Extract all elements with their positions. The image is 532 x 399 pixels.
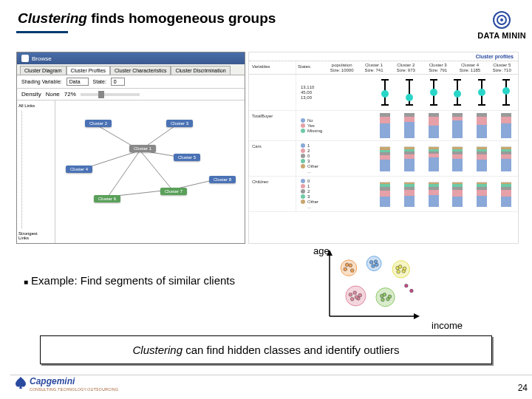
- row-legend: 0123Other...: [296, 177, 373, 211]
- boxplot-cell: [373, 75, 398, 110]
- profile-rows: 13,11045,0013,00TotalBuyerNoYesMissingCa…: [249, 75, 518, 212]
- stacked-bar-cell: [373, 177, 398, 211]
- boxplot-cell: [421, 75, 446, 110]
- cluster-header[interactable]: Cluster 5Size: 710: [486, 61, 518, 74]
- svg-point-44: [405, 284, 409, 287]
- legend-item: 13,00: [301, 95, 373, 100]
- app-window: Browse Cluster Diagram Cluster Profiles …: [16, 52, 245, 244]
- svg-point-19: [345, 263, 349, 267]
- cluster-header[interactable]: Cluster 2Size: 973: [390, 61, 422, 74]
- node[interactable]: Cluster 5: [174, 154, 200, 161]
- row-bars: [373, 141, 518, 176]
- node[interactable]: Cluster 3: [166, 120, 193, 127]
- legend-item: ...: [301, 169, 373, 174]
- legend-item: 1: [301, 143, 373, 148]
- cluster-header[interactable]: populationSize: 10000: [326, 61, 358, 74]
- legend-item: ...: [301, 205, 373, 209]
- profile-row: Children0123Other...: [249, 177, 518, 212]
- cluster-diagram[interactable]: Cluster 1 Cluster 2 Cluster 3 Cluster 4 …: [55, 100, 245, 243]
- svg-point-25: [392, 261, 409, 278]
- density-slider[interactable]: [81, 93, 140, 96]
- stacked-bar-cell: [470, 177, 494, 211]
- legend-item: Missing: [301, 129, 373, 133]
- legend-item: 0: [301, 179, 373, 183]
- svg-point-36: [350, 297, 354, 301]
- density-label: Density: [21, 91, 41, 98]
- title-rest: finds homogeneous groups: [87, 10, 276, 26]
- diagram-area: All Links Strongest Links Cluster 1 Clus…: [17, 100, 245, 243]
- brand-box: DATA MININ: [477, 10, 526, 40]
- profile-row: Cars1203Other...: [249, 141, 518, 177]
- bullet-text: Example: Find segments of similar client…: [31, 274, 235, 287]
- svg-point-18: [350, 269, 354, 273]
- svg-point-2: [500, 18, 503, 21]
- density-scale: All Links Strongest Links: [17, 100, 55, 243]
- legend-item: Other: [301, 164, 373, 168]
- page-number: 24: [518, 383, 528, 393]
- legend-item: 13,110: [301, 85, 373, 89]
- stacked-bar-cell: [373, 111, 398, 140]
- cluster-header[interactable]: Cluster 4Size: 1185: [454, 61, 485, 74]
- shading-select[interactable]: Data: [66, 78, 89, 86]
- tab-cluster-characteristics[interactable]: Cluster Characteristics: [110, 66, 171, 75]
- profile-row: TotalBuyerNoYesMissing: [249, 111, 518, 141]
- callout-box: Clustering can find hidden classes and i…: [40, 335, 492, 364]
- svg-point-34: [353, 291, 357, 295]
- row-legend: 13,11045,0013,00: [296, 75, 373, 110]
- tab-cluster-discrimination[interactable]: Cluster Discrimination: [171, 66, 230, 75]
- row-legend: 1203Other...: [296, 141, 373, 176]
- controls-row-2: Density None 72%: [17, 89, 245, 100]
- svg-point-32: [349, 293, 352, 296]
- boxplot-cell: [494, 75, 518, 110]
- density-select[interactable]: None: [46, 91, 60, 98]
- state-select[interactable]: 0: [111, 78, 125, 86]
- y-axis-label: age: [313, 245, 330, 256]
- legend-item: 2: [301, 189, 373, 194]
- state-label: State:: [93, 79, 106, 84]
- svg-point-29: [403, 267, 406, 270]
- legend-item: Yes: [301, 123, 373, 128]
- footer-logo-text: Capgemini: [30, 376, 75, 386]
- node-center[interactable]: Cluster 1: [129, 145, 156, 152]
- row-variable-label: Cars: [249, 141, 296, 176]
- row-variable-label: TotalBuyer: [249, 111, 296, 140]
- svg-line-8: [140, 151, 171, 190]
- svg-point-43: [381, 298, 385, 301]
- row-variable-label: Children: [249, 177, 296, 211]
- brand-label: DATA MININ: [477, 31, 526, 40]
- tab-cluster-profiles[interactable]: Cluster Profiles: [66, 66, 110, 75]
- svg-point-42: [388, 295, 392, 299]
- callout-italic: Clustering: [132, 344, 183, 356]
- node[interactable]: Cluster 2: [85, 120, 112, 127]
- svg-point-20: [366, 256, 381, 271]
- node[interactable]: Cluster 4: [66, 166, 92, 173]
- stacked-bar-cell: [494, 111, 518, 140]
- cluster-header[interactable]: Cluster 1Size: 741: [358, 61, 389, 74]
- node[interactable]: Cluster 6: [94, 195, 120, 202]
- svg-marker-14: [414, 313, 420, 319]
- row-bars: [373, 111, 518, 140]
- x-axis-label: income: [432, 320, 463, 331]
- tab-cluster-diagram[interactable]: Cluster Diagram: [20, 66, 66, 75]
- stacked-bar-cell: [421, 141, 446, 176]
- svg-point-38: [376, 288, 395, 307]
- window-title: Browse: [32, 55, 52, 62]
- scatter-chart: age income: [318, 248, 421, 327]
- window-titlebar[interactable]: Browse: [17, 52, 245, 64]
- node[interactable]: Cluster 7: [160, 188, 187, 195]
- cluster-header[interactable]: Cluster 3Size: 791: [422, 61, 454, 74]
- density-accent[interactable]: 72%: [64, 91, 76, 98]
- profiles-columns: Variables States populationSize: 10000Cl…: [249, 61, 518, 75]
- stacked-bar-cell: [398, 111, 422, 140]
- stacked-bar-cell: [398, 141, 422, 176]
- legend-item: Other: [301, 200, 373, 204]
- stacked-bar-cell: [494, 141, 518, 176]
- row-variable-label: [249, 75, 296, 110]
- stacked-bar-cell: [446, 111, 470, 140]
- stacked-bar-cell: [421, 111, 446, 140]
- tabs: Cluster Diagram Cluster Profiles Cluster…: [17, 64, 245, 75]
- node[interactable]: Cluster 8: [209, 176, 236, 183]
- controls-row-1: Shading Variable: Data State: 0: [17, 75, 245, 89]
- scale-top: All Links: [18, 103, 53, 108]
- stacked-bar-cell: [373, 141, 398, 176]
